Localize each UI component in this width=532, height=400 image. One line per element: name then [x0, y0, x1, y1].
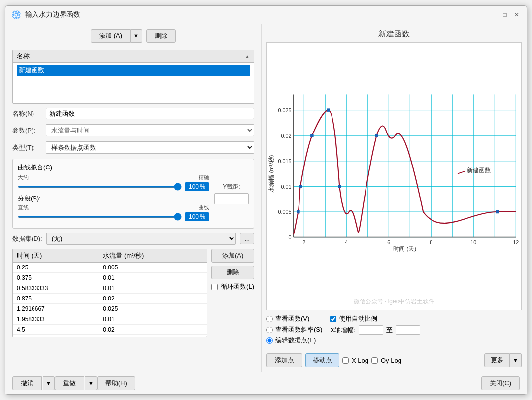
chart-title: 新建函数 [266, 29, 522, 39]
loop-label: 循环函数(L) [221, 282, 254, 291]
loop-checkbox[interactable] [211, 284, 218, 290]
curve-label: 曲线 [199, 204, 209, 211]
view-slope-radio[interactable] [266, 327, 273, 333]
add-button[interactable]: 添加 (A) [91, 29, 131, 43]
more-button-group: 更多 ▼ [484, 353, 522, 367]
auto-scale-label: 使用自动比例 [339, 314, 377, 323]
dataset-select[interactable]: (无) [46, 233, 236, 245]
name-list-content[interactable]: 新建函数 [13, 63, 254, 78]
name-row: 名称(N) [12, 108, 254, 119]
table-row[interactable]: 0.583333330.01 [13, 283, 207, 294]
data-point [327, 108, 330, 111]
data-point [496, 210, 499, 213]
col1-header: 时间 (天) [13, 249, 99, 263]
undo-group: 撤消 ▼ [12, 376, 55, 390]
edit-data-row: 编辑数据点(E) [266, 336, 322, 345]
name-list-header: 名称 ▲ [13, 50, 254, 63]
auto-scale-checkbox[interactable] [330, 316, 336, 322]
type-label: 类型(T): [12, 143, 42, 152]
table-row[interactable]: 0.3750.01 [13, 273, 207, 283]
table-row[interactable]: 0.8750.02 [13, 294, 207, 304]
list-item[interactable]: 新建函数 [17, 65, 250, 76]
more-dropdown-button[interactable]: ▼ [510, 353, 522, 367]
edit-data-radio[interactable] [266, 337, 273, 344]
add-button-group: 添加 (A) ▼ [91, 29, 142, 43]
y-intercept-input[interactable] [214, 193, 249, 204]
add-dropdown-button[interactable]: ▼ [131, 29, 142, 43]
y-log-checkbox[interactable] [371, 357, 378, 364]
x-to-input[interactable] [396, 325, 420, 335]
close-button[interactable]: ✕ [513, 11, 521, 19]
x-from-input[interactable] [359, 325, 383, 335]
help-button[interactable]: 帮助(H) [97, 376, 135, 390]
col2-header: 水流量 (m³/秒) [99, 249, 207, 263]
title-bar-left: 输入水力边界函数 [11, 10, 80, 20]
table-row[interactable]: 1.29166670.025 [13, 304, 207, 314]
name-list: 名称 ▲ 新建函数 [12, 50, 254, 104]
content-area: 添加 (A) ▼ 删除 名称 ▲ 新建函数 名称(N) [5, 24, 527, 372]
table-delete-button[interactable]: 删除 [211, 266, 254, 279]
auto-scale-row: 使用自动比例 [330, 314, 420, 323]
y-intercept-label: Y截距: [223, 183, 240, 191]
loop-checkbox-row: 循环函数(L) [211, 282, 254, 291]
move-point-button[interactable]: 移动点 [305, 353, 339, 367]
table-add-button[interactable]: 添加(A) [211, 249, 254, 263]
add-point-button[interactable]: 添加点 [266, 353, 302, 367]
curve-fit-slider[interactable] [18, 186, 182, 188]
svg-text:0.01: 0.01 [281, 184, 292, 190]
title-bar-controls: ─ □ ✕ [489, 11, 521, 19]
svg-text:水频幅 (m³/秒): 水频幅 (m³/秒) [268, 155, 275, 192]
chart-options: 查看函数(V) 查看函数斜率(S) 编辑数据点(E) 使用自动比例 [266, 314, 522, 345]
curve-fit-labels: 大约 精确 [18, 174, 209, 181]
table-buttons: 添加(A) 删除 循环函数(L) [211, 249, 254, 367]
sort-icon: ▲ [245, 54, 250, 59]
svg-text:4: 4 [345, 239, 348, 245]
more-button[interactable]: 更多 [484, 353, 510, 367]
app-icon [11, 10, 21, 20]
edit-data-label: 编辑数据点(E) [275, 336, 316, 345]
dataset-dots-button[interactable]: ... [240, 233, 254, 244]
data-point [299, 185, 302, 188]
view-func-radio[interactable] [266, 316, 273, 322]
table-row[interactable]: 1.95833330.01 [13, 314, 207, 325]
param-label: 参数(P): [12, 126, 42, 135]
cancel-dropdown[interactable]: ▼ [43, 376, 55, 390]
redo-button[interactable]: 重做 [55, 376, 84, 390]
cancel-button[interactable]: 撤消 [12, 376, 42, 390]
name-input[interactable] [46, 108, 254, 119]
x-log-checkbox[interactable] [342, 357, 349, 364]
y-intercept-col: Y截距: [214, 183, 249, 204]
segment-slider-row: 100 % [18, 212, 209, 221]
main-window: 输入水力边界函数 ─ □ ✕ 添加 (A) ▼ 删除 名称 ▲ [5, 5, 527, 395]
name-list-col-label: 名称 [17, 52, 30, 61]
close-window-button[interactable]: 关闭(C) [481, 376, 520, 390]
x-log-row: X Log [342, 357, 368, 364]
type-select[interactable]: 样条数据点函数 [46, 141, 254, 154]
svg-text:6: 6 [387, 239, 390, 245]
redo-dropdown[interactable]: ▼ [85, 376, 97, 390]
data-table[interactable]: 时间 (天) 水流量 (m³/秒) 0.250.0050.3750.010.58… [12, 249, 207, 337]
table-row[interactable]: 0.250.005 [13, 263, 207, 273]
chart-container: 水频幅 (m³/秒) 0 0.005 0.01 0.015 0.02 0.025… [266, 42, 522, 310]
dataset-row: 数据集(D): (无) ... [12, 233, 254, 245]
chart-bottom-toolbar: 添加点 移动点 X Log Oy Log 更多 ▼ [266, 349, 522, 367]
x-to-label: 至 [386, 326, 393, 334]
segment-label-row: 分段(S): [18, 194, 209, 203]
delete-button[interactable]: 删除 [146, 29, 176, 43]
dataset-label: 数据集(D): [12, 234, 42, 243]
curve-fit-slider-row: 100 % [18, 182, 209, 191]
window-title: 输入水力边界函数 [25, 10, 80, 19]
x-axis-row: X轴增幅: 至 [330, 325, 420, 335]
maximize-button[interactable]: □ [501, 11, 509, 19]
chart-svg: 水频幅 (m³/秒) 0 0.005 0.01 0.015 0.02 0.025… [267, 43, 521, 310]
curve-fit-label: 曲线拟合(C) [18, 164, 52, 171]
param-select[interactable]: 水流量与时间 [46, 124, 254, 136]
minimize-button[interactable]: ─ [489, 11, 497, 19]
segment-slider[interactable] [18, 216, 182, 218]
line-label: 直线 [18, 204, 29, 211]
x-axis-label: X轴增幅: [330, 326, 355, 334]
view-func-label: 查看函数(V) [275, 314, 309, 323]
left-panel: 添加 (A) ▼ 删除 名称 ▲ 新建函数 名称(N) [5, 24, 262, 372]
table-row[interactable]: 4.50.02 [13, 325, 207, 335]
curve-fit-section: 曲线拟合(C) 大约 精确 100 % 分段(S): 直 [12, 159, 254, 229]
